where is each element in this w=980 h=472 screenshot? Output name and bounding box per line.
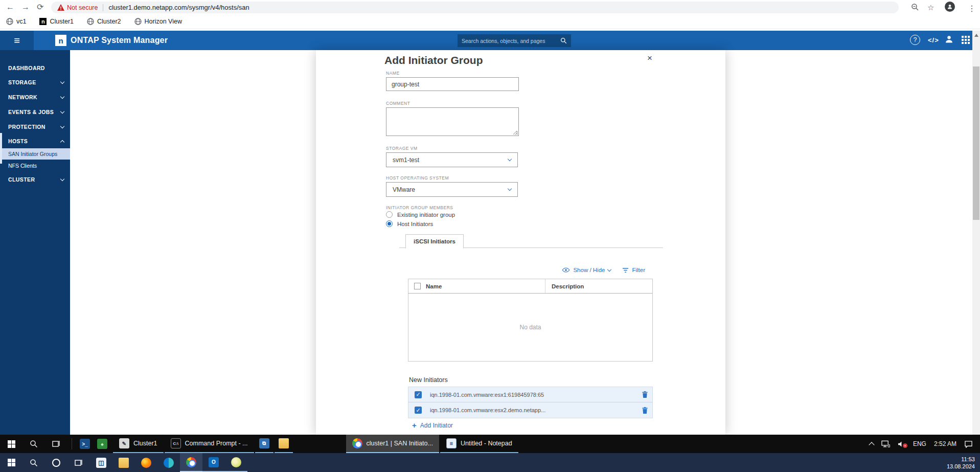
rest-api-icon[interactable]: </> bbox=[928, 35, 939, 45]
globe-icon bbox=[6, 18, 13, 25]
virtualbox-icon: ◫ bbox=[96, 458, 106, 468]
bookmark-star-icon[interactable]: ☆ bbox=[927, 1, 934, 14]
start-button[interactable] bbox=[0, 453, 22, 472]
sidebar-item-label: CLUSTER bbox=[8, 176, 35, 183]
task-view-button[interactable] bbox=[45, 435, 67, 453]
taskbar-search-button[interactable] bbox=[22, 453, 45, 472]
radio-existing-initiator-group[interactable]: Existing initiator group bbox=[386, 211, 455, 218]
bookmark-horizon-view[interactable]: Horizon View bbox=[134, 18, 182, 25]
checked-checkbox[interactable]: ✓ bbox=[415, 391, 422, 398]
url-text[interactable]: cluster1.demo.netapp.com/sysmgr/v4/hosts… bbox=[108, 4, 249, 11]
help-icon[interactable]: ? bbox=[910, 35, 920, 45]
address-divider bbox=[103, 4, 103, 11]
taskbar-button-file-explorer[interactable] bbox=[275, 435, 293, 453]
cortana-icon bbox=[52, 459, 60, 467]
filter-button[interactable]: Filter bbox=[622, 267, 645, 273]
taskbar-button-edge[interactable] bbox=[157, 453, 180, 472]
cortana-button[interactable] bbox=[45, 453, 67, 472]
taskbar-button-remote-desktop[interactable]: ⧉ bbox=[255, 435, 274, 453]
global-search-input[interactable] bbox=[462, 38, 560, 44]
taskbar-button-chrome[interactable] bbox=[180, 453, 202, 472]
green-app-pinned-icon[interactable]: ♠ bbox=[94, 435, 111, 453]
bookmark-cluster2[interactable]: Cluster2 bbox=[87, 18, 121, 25]
scrollbar-thumb[interactable] bbox=[973, 66, 979, 220]
language-indicator[interactable]: ENG bbox=[913, 440, 926, 447]
folder-icon bbox=[279, 438, 289, 448]
browser-back-icon[interactable]: ← bbox=[6, 0, 14, 14]
tray-expand-icon[interactable] bbox=[869, 442, 874, 447]
globe-icon bbox=[134, 18, 142, 25]
checked-checkbox[interactable]: ✓ bbox=[415, 407, 422, 414]
taskbar-button-mremoteng[interactable] bbox=[225, 453, 247, 472]
apps-grid-icon[interactable] bbox=[962, 36, 970, 44]
storage-vm-select[interactable]: svm1-test bbox=[386, 152, 518, 167]
bookmark-vc1[interactable]: vc1 bbox=[6, 18, 26, 25]
search-icon[interactable] bbox=[560, 37, 567, 44]
taskbar-button-outlook[interactable]: O bbox=[202, 453, 225, 472]
firefox-icon bbox=[141, 458, 151, 468]
taskbar-search-button[interactable] bbox=[22, 435, 45, 453]
select-all-checkbox[interactable] bbox=[414, 283, 421, 289]
sidebar-item-cluster[interactable]: CLUSTER bbox=[0, 173, 70, 186]
sidebar-item-hosts[interactable]: HOSTS bbox=[0, 134, 70, 148]
comment-textarea[interactable] bbox=[386, 107, 519, 136]
chevron-down-icon bbox=[60, 109, 64, 113]
powershell-pinned-icon[interactable]: >_ bbox=[76, 435, 94, 453]
column-header-description[interactable]: Description bbox=[545, 279, 584, 293]
clock-time: 11:53 bbox=[961, 456, 975, 463]
browser-menu-icon[interactable]: ⋮ bbox=[968, 2, 976, 15]
name-input[interactable] bbox=[386, 77, 519, 91]
add-initiator-group-dialog: Add Initiator Group × NAME COMMENT STORA… bbox=[316, 50, 725, 435]
hamburger-menu-icon[interactable]: ≡ bbox=[0, 31, 34, 50]
taskbar-button-cluster1[interactable]: ✎ Cluster1 bbox=[113, 435, 164, 453]
taskbar-button-chrome-san-initiators[interactable]: cluster1 | SAN Initiato... bbox=[346, 435, 439, 453]
start-button[interactable] bbox=[0, 435, 22, 453]
list-item[interactable]: ✓ iqn.1998-01.com.vmware:esx2.demo.netap… bbox=[408, 402, 652, 418]
taskbar-button-command-prompt[interactable]: C:\ Command Prompt - ... bbox=[165, 435, 254, 453]
browser-profile-avatar[interactable] bbox=[945, 2, 955, 12]
browser-reload-icon[interactable]: ⟳ bbox=[37, 0, 43, 14]
terminal-app-icon: ✎ bbox=[119, 438, 129, 448]
column-header-name[interactable]: Name bbox=[426, 283, 545, 289]
task-view-button[interactable] bbox=[67, 453, 90, 472]
radio-host-initiators[interactable]: Host Initiators bbox=[386, 220, 433, 227]
bookmarks-bar: vc1 n Cluster1 Cluster2 Horizon View bbox=[0, 14, 980, 29]
volume-muted-icon[interactable]: × bbox=[898, 441, 905, 447]
address-bar[interactable]: Not secure cluster1.demo.netapp.com/sysm… bbox=[51, 2, 899, 13]
sidebar-item-san-initiator-groups[interactable]: SAN Initiator Groups bbox=[0, 148, 70, 160]
user-icon[interactable] bbox=[945, 35, 953, 43]
taskbar-button-notepad[interactable]: ≣ Untitled - Notepad bbox=[440, 435, 518, 453]
tray-clock[interactable]: 2:52 AM bbox=[934, 440, 956, 447]
scrollbar-up-arrow[interactable] bbox=[974, 34, 978, 37]
add-initiator-button[interactable]: + Add Initiator bbox=[412, 421, 453, 430]
delete-initiator-button[interactable] bbox=[637, 407, 652, 414]
sidebar-item-network[interactable]: NETWORK bbox=[0, 91, 70, 104]
list-item[interactable]: ✓ iqn.1998-01.com.vmware:esx1:619845978:… bbox=[408, 387, 652, 402]
close-icon[interactable]: × bbox=[647, 53, 652, 63]
browser-forward-icon[interactable]: → bbox=[21, 0, 30, 14]
sidebar-item-dashboard[interactable]: DASHBOARD bbox=[0, 61, 70, 75]
tab-iscsi-initiators[interactable]: iSCSI Initiators bbox=[405, 234, 464, 249]
global-search[interactable] bbox=[458, 34, 571, 47]
taskbar-button-file-explorer[interactable] bbox=[112, 453, 135, 472]
trash-icon bbox=[642, 407, 648, 414]
clock[interactable]: 11:53 13.08.2024 bbox=[947, 453, 980, 472]
bookmark-cluster1[interactable]: n Cluster1 bbox=[39, 18, 74, 25]
taskbar-button-virtualbox[interactable]: ◫ bbox=[90, 453, 112, 472]
show-hide-button[interactable]: Show / Hide bbox=[562, 267, 611, 273]
sidebar-item-nfs-clients[interactable]: NFS Clients bbox=[0, 160, 70, 171]
textarea-resize-handle[interactable] bbox=[513, 131, 517, 135]
sidebar-item-protection[interactable]: PROTECTION bbox=[0, 120, 70, 133]
sidebar-subitem-label: NFS Clients bbox=[8, 163, 37, 169]
host-os-select[interactable]: VMware bbox=[386, 182, 518, 197]
remote-taskbar: >_ ♠ ✎ Cluster1 C:\ Command Prompt - ...… bbox=[0, 435, 980, 453]
sidebar-item-storage[interactable]: STORAGE bbox=[0, 76, 70, 89]
action-center-icon[interactable] bbox=[964, 440, 973, 448]
sidebar-item-events-jobs[interactable]: EVENTS & JOBS bbox=[0, 105, 70, 119]
taskbar-button-firefox[interactable] bbox=[135, 453, 157, 472]
network-icon[interactable] bbox=[881, 440, 890, 447]
storage-vm-value: svm1-test bbox=[393, 156, 419, 164]
show-hide-label: Show / Hide bbox=[573, 267, 605, 273]
page-zoom-icon[interactable] bbox=[911, 3, 919, 11]
delete-initiator-button[interactable] bbox=[637, 391, 652, 398]
